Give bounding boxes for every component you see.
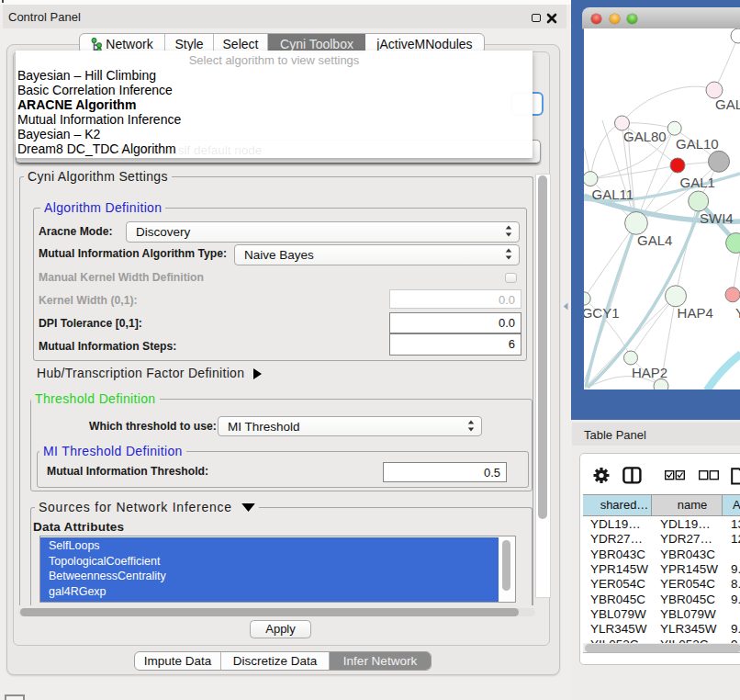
svg-text:Y: Y (735, 305, 740, 321)
svg-text:GAL10: GAL10 (676, 136, 719, 152)
svg-text:HAP4: HAP4 (678, 305, 713, 321)
svg-text:SWI4: SWI4 (700, 210, 734, 226)
svg-text:HAP2: HAP2 (632, 365, 667, 380)
svg-text:GAL4: GAL4 (637, 232, 672, 248)
svg-text:GAL7: GAL7 (715, 96, 740, 112)
svg-text:GAL11: GAL11 (592, 186, 634, 202)
svg-text:GAL80: GAL80 (623, 129, 667, 144)
svg-text:GAL1: GAL1 (680, 175, 715, 190)
svg-text:GCY1: GCY1 (584, 305, 620, 321)
